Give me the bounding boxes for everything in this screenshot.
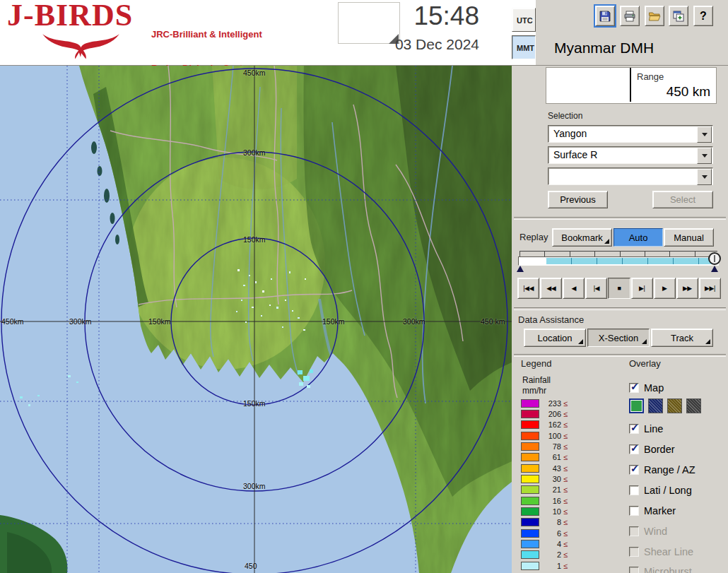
x-section-button[interactable]: X-Section — [587, 329, 650, 347]
playback-play-back-button[interactable]: ◀ — [563, 278, 585, 299]
radar-map-canvas — [0, 66, 512, 573]
legend-le-symbol: ≤ — [563, 485, 568, 494]
overlay-item-marker[interactable]: Marker — [629, 503, 676, 519]
track-button[interactable]: Track — [651, 329, 713, 347]
legend-le-symbol: ≤ — [563, 410, 568, 418]
playback-step-back-button[interactable]: |◀ — [585, 278, 607, 299]
manual-button[interactable]: Manual — [664, 228, 714, 247]
legend-value: 4 — [543, 540, 561, 548]
overlay-item-range-az[interactable]: Range / AZ — [629, 462, 695, 478]
map-style-navy-swatch[interactable] — [648, 398, 663, 413]
map-style-green-swatch[interactable] — [629, 398, 644, 413]
app-window: J-BIRDS JRC-Brilliant & Intelligent Rada… — [0, 0, 728, 573]
chevron-down-icon[interactable] — [697, 148, 712, 164]
legend-value: 206 — [543, 410, 561, 418]
product-dropdown[interactable]: Surface R — [548, 146, 713, 164]
chevron-down-icon[interactable] — [697, 126, 712, 143]
overlay-label: Overlay — [629, 358, 661, 369]
print-icon — [623, 10, 636, 23]
playback-play-button[interactable]: ▶ — [654, 278, 676, 299]
playback-rewind-button[interactable]: ◀◀ — [540, 278, 562, 299]
save-button[interactable] — [595, 6, 615, 26]
timezone-mmt-button[interactable]: MMT — [512, 35, 536, 59]
new-window-button[interactable] — [669, 6, 688, 26]
checkbox-icon[interactable] — [629, 485, 639, 495]
legend-entry: 16≤ — [521, 495, 606, 506]
map-style-swatches — [629, 398, 701, 413]
overlay-item-shear-line: Shear Line — [629, 544, 693, 560]
legend-scale: 233≤206≤162≤100≤78≤61≤43≤30≤21≤16≤10≤8≤6… — [521, 398, 606, 572]
timeline-thumb[interactable] — [708, 252, 721, 265]
checkbox-icon[interactable] — [629, 424, 639, 434]
auto-button[interactable]: Auto — [613, 228, 663, 247]
timezone-utc-button[interactable]: UTC — [512, 8, 536, 32]
chevron-down-icon[interactable] — [697, 169, 712, 185]
playback-last-button[interactable]: ▶▶| — [699, 278, 721, 299]
timeline-start-marker-icon[interactable] — [517, 266, 524, 272]
legend-le-symbol: ≤ — [563, 475, 568, 483]
playback-fast-forward-button[interactable]: ▶▶ — [676, 278, 698, 299]
legend-entry: 100≤ — [521, 430, 606, 441]
legend-color-swatch — [521, 540, 539, 548]
overlay-label-text: Shear Line — [644, 546, 693, 557]
overlay-item-line[interactable]: Line — [629, 421, 663, 437]
control-panel: Range 450 km Selection Yangon Surface R … — [512, 66, 728, 573]
checkbox-icon[interactable] — [629, 444, 639, 454]
legend-value: 1 — [543, 562, 561, 570]
legend-entry: 6≤ — [521, 528, 606, 538]
site-dropdown-value: Yangon — [553, 128, 587, 139]
playback-stop-button[interactable]: ■ — [608, 278, 630, 299]
checkbox-icon[interactable] — [629, 465, 639, 475]
legend-value: 8 — [543, 518, 561, 526]
radar-map[interactable]: 450km300km150km450km300km150km150km300km… — [0, 66, 512, 573]
print-button[interactable] — [620, 6, 640, 26]
help-button[interactable]: ? — [693, 6, 713, 26]
legend-entry: 10≤ — [521, 506, 606, 516]
overlay-item-wind: Wind — [629, 524, 667, 539]
option-dropdown[interactable] — [548, 167, 713, 185]
overlay-item-lati-long[interactable]: Lati / Long — [629, 483, 692, 498]
checkbox-icon[interactable] — [629, 506, 639, 516]
overlay-label-text: Range / AZ — [644, 464, 695, 475]
legend-le-symbol: ≤ — [563, 464, 568, 473]
legend-color-swatch — [521, 485, 539, 494]
save-icon — [599, 10, 611, 23]
separator — [514, 354, 726, 357]
legend-le-symbol: ≤ — [563, 432, 568, 440]
location-button[interactable]: Location — [524, 329, 586, 347]
playback-step-forward-button[interactable]: ▶| — [631, 278, 653, 299]
legend-entry: 1≤ — [521, 560, 606, 571]
legend-value: 43 — [543, 464, 561, 473]
legend-entry: 4≤ — [521, 538, 606, 549]
open-folder-button[interactable] — [645, 6, 664, 26]
legend-le-symbol: ≤ — [563, 562, 568, 570]
legend-color-swatch — [521, 529, 539, 538]
checkbox-icon[interactable] — [629, 383, 639, 393]
legend-value: 6 — [543, 529, 561, 538]
legend-color-swatch — [521, 475, 539, 483]
open-folder-icon — [648, 10, 661, 23]
site-dropdown[interactable]: Yangon — [548, 125, 713, 143]
previous-button[interactable]: Previous — [548, 191, 608, 208]
overlay-item-map[interactable]: Map — [629, 380, 664, 396]
overlay-label-text: Border — [644, 444, 675, 455]
overlay-label-text: Microburst — [644, 566, 692, 573]
replay-timeline-slider[interactable] — [518, 251, 719, 275]
legend-value: 21 — [543, 485, 561, 494]
legend-label: Legend — [521, 358, 551, 369]
legend-color-swatch — [521, 507, 539, 516]
overlay-item-border[interactable]: Border — [629, 442, 675, 457]
map-style-gray-swatch[interactable] — [686, 398, 701, 413]
legend-entry: 206≤ — [521, 408, 606, 419]
selection-label: Selection — [548, 111, 582, 121]
playback-first-button[interactable]: |◀◀ — [517, 278, 539, 299]
replay-label: Replay — [519, 232, 548, 242]
legend-entry: 43≤ — [521, 463, 606, 473]
map-style-olive-swatch[interactable] — [667, 398, 682, 413]
logo-subtitle-line1: JRC-Brilliant & Intelligent — [151, 29, 262, 40]
select-button[interactable]: Select — [652, 191, 713, 208]
bookmark-button[interactable]: Bookmark — [552, 228, 612, 247]
range-value: 450 km — [667, 84, 710, 100]
legend-value: 78 — [543, 442, 561, 451]
timeline-end-marker-icon[interactable] — [711, 266, 718, 272]
